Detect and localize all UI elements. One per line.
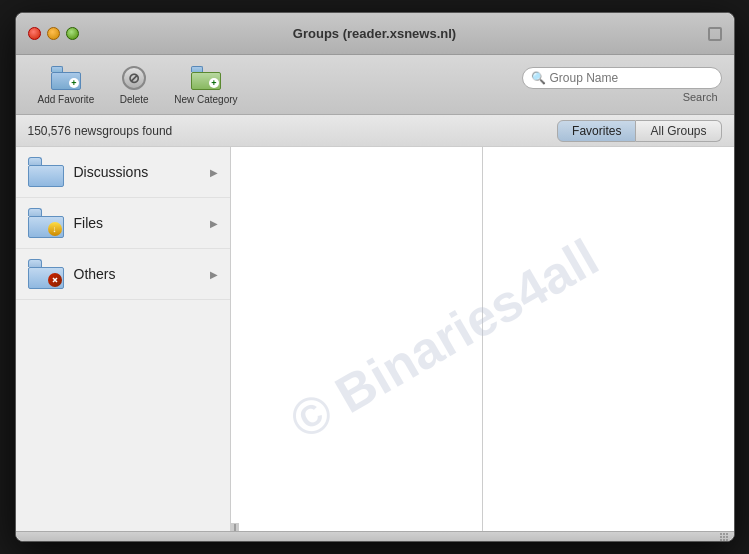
add-favorite-label: Add Favorite [38,94,95,105]
folder-files-icon: ↓ [28,208,64,238]
category-discussions[interactable]: Discussions ▶ [16,147,230,198]
delete-icon: ⊘ [118,64,150,92]
delete-label: Delete [120,94,149,105]
new-category-icon: + [190,64,222,92]
search-icon: 🔍 [531,71,546,85]
tab-all-groups[interactable]: All Groups [636,120,721,142]
traffic-lights [28,27,79,40]
categories-panel: Discussions ▶ ↓ Files ▶ [16,147,231,531]
plus-badge-new: + [209,78,219,88]
search-input[interactable] [550,71,713,85]
maximize-button[interactable] [66,27,79,40]
delete-circle-icon: ⊘ [122,66,146,90]
status-bar: 150,576 newsgroups found Favorites All G… [16,115,734,147]
download-badge-icon: ↓ [48,222,62,236]
minimize-button[interactable] [47,27,60,40]
add-favorite-button[interactable]: + Add Favorite [28,60,105,109]
search-input-wrap[interactable]: 🔍 [522,67,722,89]
resize-icon[interactable] [708,27,722,41]
bottom-bar [16,531,734,541]
folder-new-icon: + [191,66,221,90]
folder-others-icon [28,259,64,289]
new-category-label: New Category [174,94,237,105]
chevron-right-icon: ▶ [210,167,218,178]
plus-badge: + [69,78,79,88]
chevron-right-icon: ▶ [210,218,218,229]
close-button[interactable] [28,27,41,40]
category-files-label: Files [74,215,200,231]
folder-plus-icon: + [51,66,81,90]
search-area: 🔍 Search [522,67,722,103]
search-label[interactable]: Search [683,91,722,103]
resize-grip-icon[interactable] [720,533,730,541]
delete-button[interactable]: ⊘ Delete [104,60,164,109]
category-discussions-label: Discussions [74,164,200,180]
add-favorite-icon: + [50,64,82,92]
right-panel [483,147,734,531]
category-others[interactable]: Others ▶ [16,249,230,300]
category-files[interactable]: ↓ Files ▶ [16,198,230,249]
newsgroups-count: 150,576 newsgroups found [28,124,173,138]
new-category-button[interactable]: + New Category [164,60,247,109]
folder-discussions-icon [28,157,64,187]
tab-group: Favorites All Groups [557,120,721,142]
toolbar: + Add Favorite ⊘ Delete + New Category [16,55,734,115]
panel-resize-handle[interactable]: ‖ [231,523,239,531]
titlebar: Groups (reader.xsnews.nl) [16,13,734,55]
main-content: © Binaries4all Discussions ▶ ↓ Files ▶ [16,147,734,531]
category-others-label: Others [74,266,200,282]
window-title: Groups (reader.xsnews.nl) [293,26,456,41]
main-window: Groups (reader.xsnews.nl) + Add Favorite… [15,12,735,542]
red-badge-icon [48,273,62,287]
chevron-right-icon: ▶ [210,269,218,280]
middle-panel: ‖ [231,147,483,531]
tab-favorites[interactable]: Favorites [557,120,636,142]
